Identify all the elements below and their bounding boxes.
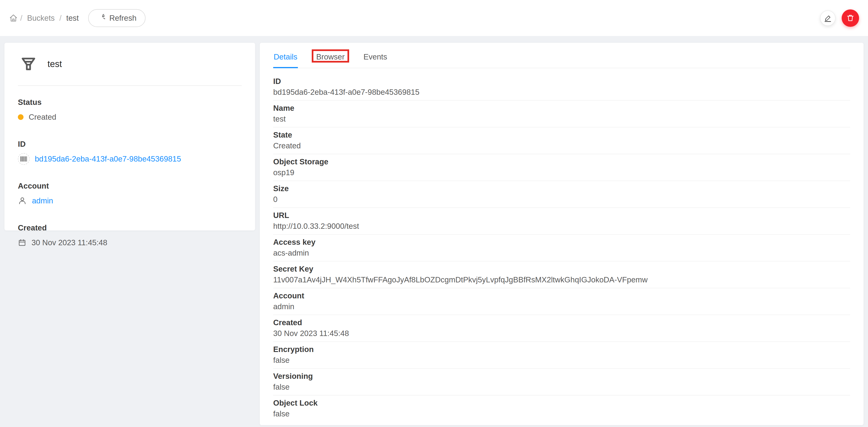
- detail-row: URL http://10.0.33.2:9000/test: [273, 208, 850, 235]
- edit-button[interactable]: [820, 10, 836, 26]
- details-list: ID bd195da6-2eba-413f-a0e7-98be45369815 …: [260, 68, 864, 422]
- uuid-badge: [18, 153, 30, 165]
- detail-label: Created: [273, 318, 850, 327]
- detail-value: false: [273, 382, 850, 392]
- tab-list: Details Browser Events: [273, 50, 850, 68]
- detail-row: State Created: [273, 127, 850, 154]
- detail-value: http://10.0.33.2:9000/test: [273, 221, 850, 231]
- detail-label: Object Storage: [273, 157, 850, 166]
- pencil-icon: [824, 14, 832, 22]
- active-tab-ink-bar: [273, 67, 298, 68]
- home-icon: [9, 13, 18, 23]
- field-label: ID: [18, 140, 242, 149]
- detail-row: Versioning false: [273, 369, 850, 396]
- details-card: Details Browser Events ID bd195da6-2eba-…: [260, 43, 864, 425]
- breadcrumb-item-current: test: [66, 13, 79, 23]
- detail-label: Account: [273, 291, 850, 301]
- breadcrumb: / Buckets / test Refresh: [9, 9, 146, 27]
- account-link[interactable]: admin: [32, 196, 53, 206]
- created-value: 30 Nov 2023 11:45:48: [31, 238, 107, 247]
- detail-label: State: [273, 130, 850, 140]
- detail-label: Access key: [273, 238, 850, 247]
- field-label: Status: [18, 98, 242, 107]
- delete-button[interactable]: [842, 9, 859, 27]
- field-status: Status Created: [18, 98, 242, 123]
- field-created: Created 30 Nov 2023 11:45:48: [18, 223, 242, 248]
- detail-value: false: [273, 409, 850, 419]
- detail-label: Size: [273, 184, 850, 193]
- reload-icon: [97, 14, 105, 22]
- resource-summary-card: test Status Created ID: [4, 43, 255, 231]
- detail-row: Name test: [273, 101, 850, 127]
- tab-browser[interactable]: Browser: [316, 50, 345, 68]
- tab-label: Browser: [316, 53, 345, 61]
- detail-value: 11v007a1Av4jJH_W4Xh5TfwFFAgoJyAf8LbOZDcg…: [273, 275, 850, 284]
- bucket-icon: [21, 57, 35, 71]
- detail-value: osp19: [273, 168, 850, 177]
- detail-label: Name: [273, 103, 850, 113]
- field-label: Account: [18, 181, 242, 191]
- tab-label: Details: [274, 53, 298, 61]
- detail-value: 30 Nov 2023 11:45:48: [273, 329, 850, 338]
- status-dot: [18, 114, 24, 120]
- detail-label: Secret Key: [273, 264, 850, 274]
- detail-value: Created: [273, 141, 850, 151]
- detail-label: ID: [273, 77, 850, 86]
- detail-row: Object Storage osp19: [273, 154, 850, 181]
- detail-value: bd195da6-2eba-413f-a0e7-98be45369815: [273, 88, 850, 97]
- tab-details[interactable]: Details: [273, 50, 298, 68]
- detail-row: Encryption false: [273, 342, 850, 369]
- refresh-button[interactable]: Refresh: [88, 9, 146, 27]
- detail-value: false: [273, 356, 850, 365]
- resource-head: test: [18, 43, 242, 86]
- resource-id-link[interactable]: bd195da6-2eba-413f-a0e7-98be45369815: [35, 154, 181, 164]
- detail-label: Encryption: [273, 345, 850, 354]
- detail-label: Object Lock: [273, 398, 850, 408]
- resource-title: test: [48, 59, 62, 69]
- detail-value: test: [273, 114, 850, 124]
- calendar-icon: [18, 238, 26, 247]
- detail-value: acs-admin: [273, 248, 850, 258]
- barcode-icon: [21, 156, 27, 161]
- detail-row: ID bd195da6-2eba-413f-a0e7-98be45369815: [273, 74, 850, 101]
- detail-row: Access key acs-admin: [273, 235, 850, 262]
- breadcrumb-separator: /: [20, 13, 22, 23]
- detail-row: Secret Key 11v007a1Av4jJH_W4Xh5TfwFFAgoJ…: [273, 262, 850, 288]
- field-label: Created: [18, 223, 242, 233]
- home-breadcrumb-link[interactable]: [9, 13, 18, 23]
- detail-value: 0: [273, 195, 850, 204]
- detail-label: URL: [273, 211, 850, 220]
- detail-row: Size 0: [273, 181, 850, 208]
- status-value: Created: [29, 112, 56, 122]
- top-header: / Buckets / test Refresh: [0, 0, 868, 36]
- tab-label: Events: [364, 53, 387, 61]
- tab-events[interactable]: Events: [363, 50, 388, 68]
- breadcrumb-item-buckets[interactable]: Buckets: [27, 13, 55, 23]
- detail-row: Account admin: [273, 288, 850, 315]
- detail-value: admin: [273, 302, 850, 311]
- detail-label: Versioning: [273, 371, 850, 381]
- trash-icon: [846, 13, 855, 23]
- detail-row: Object Lock false: [273, 396, 850, 422]
- tabs: Details Browser Events: [273, 50, 850, 68]
- header-actions: [820, 9, 859, 27]
- resource-fields: Status Created ID: [4, 86, 255, 248]
- detail-row: Created 30 Nov 2023 11:45:48: [273, 315, 850, 342]
- breadcrumb-separator: /: [60, 13, 62, 23]
- field-account: Account admin: [18, 181, 242, 207]
- user-icon: [18, 196, 27, 205]
- refresh-button-label: Refresh: [109, 13, 136, 23]
- field-id: ID bd195da6-2e: [18, 140, 242, 165]
